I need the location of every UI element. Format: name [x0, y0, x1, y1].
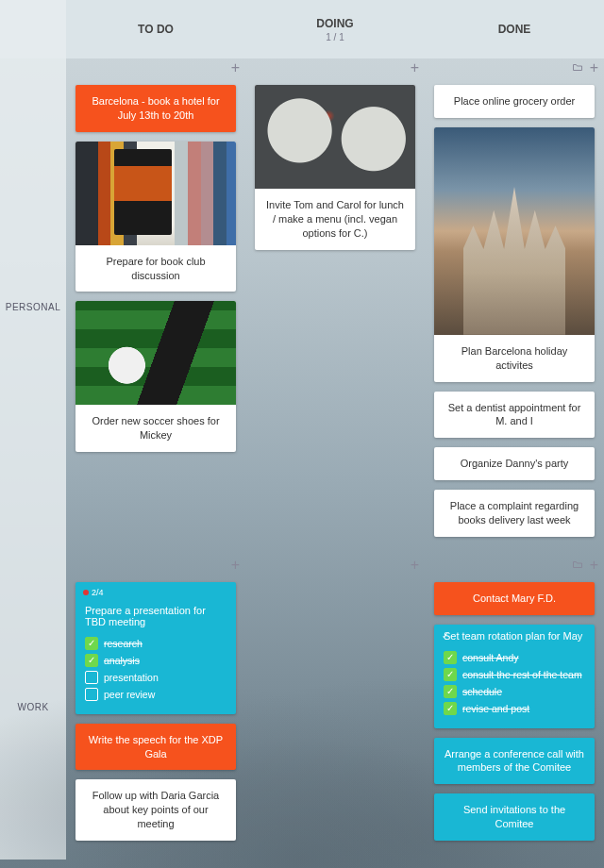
cell-work-done: + Contact Mary F.D.✓Set team rotation pl… — [425, 556, 604, 860]
card-title: Order new soccer shoes for Mickey — [76, 405, 236, 452]
add-card-button[interactable]: + — [411, 60, 419, 75]
corner-cell — [0, 0, 66, 58]
card-title: Organize Danny's party — [434, 447, 595, 480]
progress-badge: 2/4 — [83, 588, 104, 597]
kanban-card[interactable]: Place online grocery order — [434, 85, 595, 118]
checklist-item[interactable]: schedule — [444, 685, 585, 698]
checklist-item[interactable]: analysis — [85, 654, 226, 667]
folder-icon[interactable] — [572, 559, 583, 573]
add-card-button[interactable]: + — [590, 60, 598, 75]
kanban-card[interactable]: Write the speech for the XDP Gala — [76, 724, 236, 771]
card-title: Follow up with Daria Garcia about key po… — [76, 779, 236, 841]
card-title: Place a complaint regarding books delive… — [434, 490, 595, 537]
kanban-card[interactable]: Organize Danny's party — [434, 447, 595, 480]
cell-work-todo: + 2/4Prepare a presentation for TBD meet… — [66, 556, 245, 860]
kanban-card[interactable]: 2/4Prepare a presentation for TBD meetin… — [76, 582, 236, 714]
checklist-item-label: presentation — [104, 672, 159, 683]
card-title: Barcelona - book a hotel for July 13th t… — [76, 85, 236, 132]
card-title: Invite Tom and Carol for lunch / make a … — [255, 189, 415, 250]
checkbox-icon[interactable] — [85, 688, 98, 701]
card-title: Write the speech for the XDP Gala — [76, 724, 236, 771]
kanban-card[interactable]: Send invitations to the Comitee — [434, 793, 595, 841]
checklist: consult Andyconsult the rest of the team… — [434, 643, 595, 728]
column-title: DOING — [316, 17, 353, 30]
column-header-doing[interactable]: DOING 1 / 1 — [245, 0, 425, 58]
kanban-card[interactable]: Barcelona - book a hotel for July 13th t… — [76, 85, 236, 132]
kanban-card[interactable]: Prepare for book club discussion — [76, 142, 236, 292]
add-card-button[interactable]: + — [590, 558, 598, 573]
checkbox-icon[interactable] — [444, 702, 457, 715]
checklist-item[interactable]: presentation — [85, 671, 226, 684]
checkbox-icon[interactable] — [444, 685, 457, 698]
cathedral-image — [434, 127, 595, 335]
checklist-item-label: schedule — [462, 686, 502, 697]
checklist-item-label: revise and post — [462, 703, 529, 714]
card-title: Set team rotation plan for May — [434, 625, 595, 643]
column-title: DONE — [498, 23, 531, 36]
checklist-item[interactable]: consult Andy — [444, 651, 585, 664]
kanban-card[interactable]: Contact Mary F.D. — [434, 582, 595, 615]
row-label-personal[interactable]: PERSONAL — [0, 58, 66, 556]
cell-personal-doing: + Invite Tom and Carol for lunch / make … — [245, 58, 425, 556]
card-title: Prepare a presentation for TBD meeting — [76, 599, 236, 629]
row-label-work[interactable]: WORK — [0, 556, 66, 860]
check-indicator-icon: ✓ — [442, 630, 449, 641]
kanban-board: TO DO DOING 1 / 1 DONE PERSONAL + Barcel… — [0, 0, 604, 860]
kanban-card[interactable]: Place a complaint regarding books delive… — [434, 490, 595, 537]
soccer-image — [76, 301, 236, 405]
cell-personal-todo: + Barcelona - book a hotel for July 13th… — [66, 58, 245, 556]
kanban-card[interactable]: Plan Barcelona holiday activites — [434, 127, 595, 382]
checklist-item[interactable]: peer review — [85, 688, 226, 701]
column-title: TO DO — [138, 23, 174, 36]
checklist-item-label: peer review — [104, 689, 155, 700]
checkbox-icon[interactable] — [85, 671, 98, 684]
column-header-todo[interactable]: TO DO — [66, 0, 245, 58]
checkbox-icon[interactable] — [444, 651, 457, 664]
add-card-button[interactable]: + — [231, 60, 240, 75]
checkbox-icon[interactable] — [444, 668, 457, 681]
checklist-item[interactable]: consult the rest of the team — [444, 668, 585, 681]
books-image — [76, 142, 236, 245]
column-header-done[interactable]: DONE — [425, 0, 604, 58]
checklist-item-label: consult Andy — [462, 652, 519, 663]
checklist: researchanalysispresentationpeer review — [76, 629, 236, 714]
column-subtitle: 1 / 1 — [326, 32, 344, 42]
kanban-card[interactable]: Order new soccer shoes for Mickey — [76, 301, 236, 452]
checklist-item[interactable]: research — [85, 637, 226, 650]
checklist-item-label: consult the rest of the team — [462, 669, 582, 680]
kanban-card[interactable]: Arrange a conference call with members o… — [434, 738, 595, 785]
card-title: Place online grocery order — [434, 85, 595, 118]
kanban-card[interactable]: ✓Set team rotation plan for Mayconsult A… — [434, 625, 595, 728]
kanban-card[interactable]: Invite Tom and Carol for lunch / make a … — [255, 85, 415, 250]
card-title: Set a dentist appointment for M. and I — [434, 392, 595, 439]
kanban-card[interactable]: Follow up with Daria Garcia about key po… — [76, 779, 236, 841]
cell-work-doing: + — [245, 556, 425, 860]
card-title: Send invitations to the Comitee — [434, 793, 595, 841]
checklist-item-label: analysis — [104, 655, 140, 666]
cell-personal-done: + Place online grocery orderPlan Barcelo… — [425, 58, 604, 556]
checkbox-icon[interactable] — [85, 654, 98, 667]
add-card-button[interactable]: + — [231, 558, 240, 573]
checkbox-icon[interactable] — [85, 637, 98, 650]
folder-icon[interactable] — [572, 61, 583, 75]
kanban-card[interactable]: Set a dentist appointment for M. and I — [434, 392, 595, 439]
card-title: Plan Barcelona holiday activites — [434, 335, 595, 382]
add-card-button[interactable]: + — [411, 558, 419, 573]
card-title: Contact Mary F.D. — [434, 582, 595, 615]
checklist-item-label: research — [104, 638, 143, 649]
card-title: Prepare for book club discussion — [76, 245, 236, 292]
food-image — [255, 85, 415, 189]
checklist-item[interactable]: revise and post — [444, 702, 585, 715]
card-title: Arrange a conference call with members o… — [434, 738, 595, 785]
